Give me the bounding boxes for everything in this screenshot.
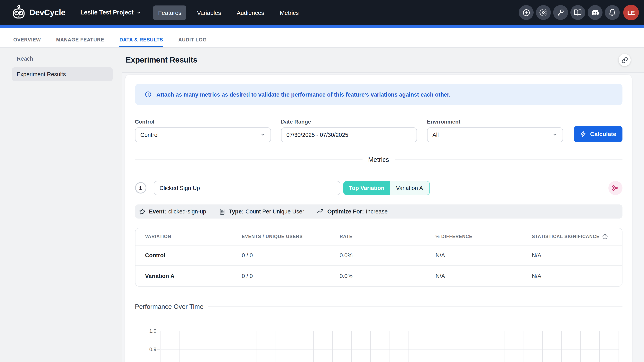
filters-row: Control Control Date Range 07/30/2025 - … xyxy=(135,118,622,142)
top-navbar: DevCycle Leslie Test Project Features Va… xyxy=(0,0,644,25)
col-variation: VARIATION xyxy=(145,234,242,239)
discord-button[interactable] xyxy=(588,5,602,20)
metrics-divider: Metrics xyxy=(135,156,622,163)
cell-difference: N/A xyxy=(436,273,532,279)
toggle-variation-a[interactable]: Variation A xyxy=(390,181,429,195)
page-title: Experiment Results xyxy=(126,55,197,64)
y-axis-tick-label: 0.9 xyxy=(135,346,156,352)
environment-label: Environment xyxy=(427,118,563,125)
nav-item-metrics[interactable]: Metrics xyxy=(280,9,299,16)
tab-audit-log[interactable]: AUDIT LOG xyxy=(178,28,207,47)
app-root: DevCycle Leslie Test Project Features Va… xyxy=(0,0,644,362)
date-range-value: 07/30/2025 - 07/30/2025 xyxy=(286,132,348,138)
chart-gridline-0.9 xyxy=(160,349,618,350)
date-range-field: Date Range 07/30/2025 - 07/30/2025 xyxy=(281,118,417,142)
accent-bar xyxy=(0,25,644,28)
calculate-button-label: Calculate xyxy=(590,131,616,137)
content-area: Attach as many metrics as desired to val… xyxy=(122,73,644,362)
sidebar-item-reach[interactable]: Reach xyxy=(12,52,113,66)
devcycle-logo[interactable]: DevCycle xyxy=(11,5,66,20)
environment-field: Environment All xyxy=(427,118,563,142)
tab-manage-feature[interactable]: MANAGE FEATURE xyxy=(56,28,104,47)
bell-icon xyxy=(608,8,616,16)
plus-circle-icon xyxy=(522,8,530,17)
nav-item-features[interactable]: Features xyxy=(153,5,186,20)
optimize-label: Optimize For: xyxy=(327,208,364,215)
settings-button[interactable] xyxy=(536,5,551,20)
optimize-summary: Optimize For: Increase xyxy=(317,208,388,215)
main-nav: Features Variables Audiences Metrics xyxy=(158,5,299,20)
cell-events: 0 / 0 xyxy=(242,252,340,259)
col-rate: RATE xyxy=(340,234,436,239)
calculate-button[interactable]: Calculate xyxy=(574,126,622,142)
environment-select[interactable]: All xyxy=(427,127,563,142)
cell-rate: 0.0% xyxy=(340,273,436,279)
api-keys-button[interactable] xyxy=(553,5,568,20)
divider-line xyxy=(135,159,363,160)
info-alert-text: Attach as many metrics as desired to val… xyxy=(156,91,450,98)
chevron-down-icon xyxy=(137,10,141,15)
table-row: Variation A 0 / 0 0.0% N/A N/A xyxy=(135,265,622,286)
metrics-divider-label: Metrics xyxy=(368,156,389,163)
col-significance: STATISTICAL SIGNIFICANCE xyxy=(532,234,622,239)
chart-gridlines xyxy=(160,331,619,362)
tab-data-results[interactable]: DATA & RESULTS xyxy=(120,28,163,47)
navbar-actions: LE xyxy=(519,5,639,20)
remove-metric-button[interactable] xyxy=(608,181,622,195)
optimize-value: Increase xyxy=(366,208,388,215)
type-label: Type: xyxy=(229,208,244,215)
notifications-button[interactable] xyxy=(605,5,620,20)
nav-item-audiences[interactable]: Audiences xyxy=(237,9,264,16)
cell-significance: N/A xyxy=(532,252,622,259)
col-significance-label: STATISTICAL SIGNIFICANCE xyxy=(532,234,600,239)
table-row: Control 0 / 0 0.0% N/A N/A xyxy=(135,245,622,265)
control-field: Control Control xyxy=(135,118,271,142)
metric-name-value: Clicked Sign Up xyxy=(160,185,200,191)
metric-name-input[interactable]: Clicked Sign Up xyxy=(154,181,340,195)
gear-icon xyxy=(540,8,547,16)
performance-chart: 1.0 0.9 xyxy=(135,310,622,362)
cell-events: 0 / 0 xyxy=(242,273,340,279)
type-summary: Type: Count Per Unique User xyxy=(219,208,304,215)
experiment-results-card: Attach as many metrics as desired to val… xyxy=(125,75,632,362)
divider-line xyxy=(208,306,622,307)
metric-row: 1 Clicked Sign Up Top Variation Variatio… xyxy=(135,181,622,195)
nav-item-variables[interactable]: Variables xyxy=(197,9,221,16)
date-range-input[interactable]: 07/30/2025 - 07/30/2025 xyxy=(281,127,417,142)
page-header: Experiment Results xyxy=(122,48,644,73)
environment-select-value: All xyxy=(432,132,439,138)
date-range-label: Date Range xyxy=(281,118,417,125)
brand-name: DevCycle xyxy=(29,8,66,17)
type-value: Count Per Unique User xyxy=(246,208,304,215)
metric-index-badge: 1 xyxy=(135,182,146,194)
feature-tabbar: OVERVIEW MANAGE FEATURE DATA & RESULTS A… xyxy=(0,28,644,48)
create-button[interactable] xyxy=(519,5,534,20)
lightning-icon xyxy=(580,131,587,137)
calculator-icon xyxy=(219,208,225,215)
chevron-down-icon xyxy=(552,132,558,137)
docs-button[interactable] xyxy=(570,5,585,20)
cell-variation: Variation A xyxy=(145,273,242,279)
tab-overview[interactable]: OVERVIEW xyxy=(13,28,41,47)
col-events: EVENTS / UNIQUE USERS xyxy=(242,234,340,239)
project-name: Leslie Test Project xyxy=(80,9,134,16)
user-avatar[interactable]: LE xyxy=(623,5,639,20)
book-icon xyxy=(574,8,582,16)
y-axis-tick xyxy=(157,331,160,331)
control-select-value: Control xyxy=(140,132,159,138)
control-label: Control xyxy=(135,118,271,125)
info-icon xyxy=(145,91,151,98)
toggle-top-variation[interactable]: Top Variation xyxy=(344,181,390,195)
discord-icon xyxy=(591,8,599,17)
info-icon[interactable] xyxy=(602,234,608,239)
y-axis-tick xyxy=(157,349,160,350)
copy-link-button[interactable] xyxy=(618,54,631,66)
control-select[interactable]: Control xyxy=(135,127,271,142)
cell-rate: 0.0% xyxy=(340,252,436,259)
event-value: clicked-sign-up xyxy=(168,208,206,215)
sidebar-item-experiment-results[interactable]: Experiment Results xyxy=(12,67,113,81)
performance-over-time-title: Performance Over Time xyxy=(135,303,204,310)
y-axis-tick-label: 1.0 xyxy=(135,328,156,334)
project-switcher[interactable]: Leslie Test Project xyxy=(80,9,141,16)
results-table: VARIATION EVENTS / UNIQUE USERS RATE % D… xyxy=(135,228,622,286)
